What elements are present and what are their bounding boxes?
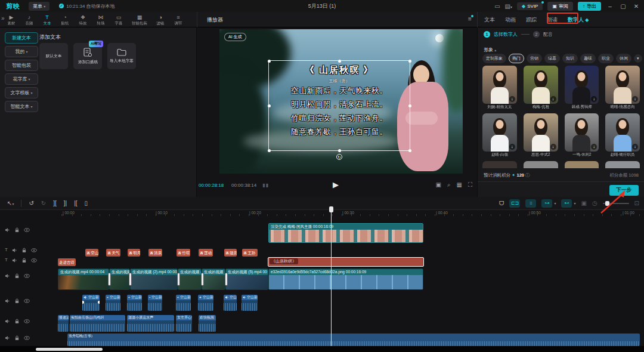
hide-track-icon[interactable] — [24, 319, 30, 325]
avatar-card-赵晴-白领[interactable]: ↓ — [482, 113, 517, 152]
title-clip-selected[interactable]: 《山居秋暝》 — [268, 257, 424, 267]
next-step-button[interactable]: 下一步 — [609, 185, 639, 196]
chips-more-button[interactable]: ▾ — [634, 54, 642, 63]
sfx-clip-4[interactable]: 女生开心笑 — [176, 315, 192, 332]
detect-zoom-icon[interactable]: ⌕ — [447, 181, 451, 189]
avatar-card-韩成-剪辑师[interactable]: ↓ — [565, 66, 599, 104]
selection-handle[interactable] — [268, 60, 271, 63]
mute-track-icon[interactable] — [12, 258, 18, 264]
trim-left-icon[interactable]: ]| — [64, 200, 67, 206]
lock-track-icon[interactable] — [14, 273, 21, 280]
tts-audio-clip-6[interactable]: 空山新 — [198, 295, 213, 311]
sidebar-item-文字模板[interactable]: 文字模板 ▾ — [5, 87, 38, 98]
ribbon-tab-智能包装[interactable]: ▦智能包装 — [128, 14, 151, 26]
chip-热门[interactable]: 热门 — [509, 54, 524, 63]
preview-axis-icon[interactable]: ⊷ — [561, 199, 572, 208]
lock-track-icon[interactable] — [14, 319, 21, 325]
main-track-magnet-icon[interactable]: ⊏⊐ — [509, 199, 520, 208]
sfx-clip-1[interactable]: 慢速流水 — [58, 315, 69, 332]
music-clip[interactable]: 渔舟唱晚(古筝) — [67, 334, 640, 346]
subtitle-clip-空山[interactable]: A空山 — [85, 249, 98, 257]
tts-audio-clip-4[interactable]: 空山新 — [148, 295, 162, 311]
download-icon[interactable]: ↓ — [509, 96, 515, 102]
subtitle-clip-明月[interactable]: A明月 — [128, 249, 140, 257]
digital-human-clip[interactable]: 渲染完成 梅梅-国风主播 00:00:16:09 — [268, 223, 423, 243]
video-clip-3[interactable]: 生成的视频 (2).mp4 00:00:0 — [130, 268, 178, 290]
video-clip-7[interactable]: e32ed3916a0e9d55dc7a527cd68d02a.png 00:0… — [268, 268, 423, 290]
redo-icon[interactable]: ↻ — [41, 200, 46, 206]
hide-track-icon[interactable] — [24, 273, 30, 280]
auto-snap-icon[interactable]: ⁞⁞ — [525, 199, 536, 208]
ribbon-tab-转场[interactable]: ⋈转场 — [92, 14, 110, 26]
avatar-card-梅梅-优雅[interactable]: ↓ — [524, 66, 558, 104]
review-button[interactable]: ▣审阅 — [547, 2, 573, 11]
avatar-card-赵晴-银行职员[interactable]: ↓ — [605, 113, 640, 152]
rotate-handle[interactable]: ↻ — [336, 154, 342, 160]
ribbon-tab-贴纸[interactable]: ◔贴纸 — [56, 14, 74, 26]
player-menu-icon[interactable]: ≡ — [468, 16, 472, 22]
right-tab-跟踪[interactable]: 跟踪 — [526, 16, 537, 24]
menu-button[interactable]: 菜单 ▾ — [29, 2, 49, 11]
avatar-card-思思-中式2[interactable]: ↓ — [524, 113, 558, 152]
right-tab-动画[interactable]: 动画 — [505, 16, 516, 24]
panel-layout-icon[interactable]: ▭ — [494, 3, 500, 10]
sidebar-item-我的[interactable]: 我的 ▾ — [5, 46, 38, 57]
subtitle-clip-莲动[interactable]: A莲动 — [199, 249, 213, 257]
undo-icon[interactable]: ↺ — [29, 200, 33, 206]
workspace-layout-icon[interactable]: ▤▾ — [505, 3, 512, 10]
selection-handle[interactable] — [268, 149, 271, 152]
fit-timeline-icon[interactable]: ⊡ — [634, 200, 639, 206]
transition-marker[interactable] — [177, 273, 180, 286]
subtitle-clip-王孙[interactable]: A王孙 — [242, 249, 258, 257]
tts-audio-clip-3[interactable]: 空山新 — [127, 295, 142, 311]
text-card-添加口播稿[interactable]: 添加口播稿AI帮写 — [73, 43, 102, 69]
chip-趣味[interactable]: 趣味 — [580, 54, 596, 63]
download-icon[interactable]: ↓ — [550, 144, 556, 150]
select-cursor-icon[interactable]: ↖▾ — [7, 200, 14, 206]
download-icon[interactable]: ↓ — [550, 96, 556, 102]
mute-track-icon[interactable] — [5, 335, 11, 342]
avatar-card-partial[interactable] — [524, 161, 558, 168]
horizontal-scrollbar[interactable] — [36, 348, 103, 351]
video-clip-6[interactable]: 生成的视频 (5).mp4 00:00:0 — [225, 268, 268, 290]
mute-track-icon[interactable] — [5, 319, 11, 325]
chip-休闲[interactable]: 休闲 — [616, 54, 631, 63]
mute-track-icon[interactable] — [5, 227, 11, 234]
sfx-clip-5[interactable]: 欢快氛围 — [199, 315, 216, 332]
video-preview[interactable]: AI 生成 《 山居秋暝 》 王维（唐） 空山新雨后，天气晚来秋。明月松间照，清… — [219, 29, 463, 174]
ratio-icon[interactable]: ▣ — [435, 181, 441, 189]
close-button[interactable]: ✕ — [632, 3, 640, 10]
maximize-button[interactable]: ▢ — [619, 3, 627, 10]
chip-定制形象[interactable]: 定制形象 — [482, 54, 506, 63]
tts-audio-clip-1[interactable]: 空山新 — [82, 295, 100, 311]
selection-handle[interactable] — [268, 104, 271, 107]
delete-icon[interactable]: ▯ — [85, 200, 88, 206]
sfx-clip-3[interactable]: 潺潺小溪流水声 — [127, 315, 174, 332]
selection-handle[interactable] — [408, 60, 411, 63]
zoom-slider-knob[interactable] — [605, 201, 609, 206]
tts-audio-clip-5[interactable]: 空山新 — [176, 295, 191, 311]
lock-track-icon[interactable] — [14, 335, 21, 342]
ribbon-tab-滤镜[interactable]: ◑滤镜 — [151, 14, 169, 26]
render-preview-icon[interactable]: ▣ — [581, 200, 586, 206]
text-card-导入本地字幕[interactable]: 导入本地字幕 — [107, 43, 136, 69]
sidebar-item-智能包装[interactable]: 智能包装 — [5, 60, 38, 71]
hide-track-icon[interactable] — [24, 227, 30, 234]
video-clip-4[interactable]: 生成的视频 ( — [178, 268, 202, 290]
mute-track-icon[interactable] — [12, 248, 18, 254]
trim-right-icon[interactable]: |[ — [74, 200, 77, 206]
ribbon-tab-文本[interactable]: T文本 — [38, 14, 56, 26]
download-icon[interactable]: ↓ — [591, 96, 597, 102]
ribbon-tab-素材[interactable]: ▶素材 — [2, 14, 20, 26]
tts-audio-clip-2[interactable]: 空山新 — [106, 295, 120, 311]
download-icon[interactable]: ↓ — [509, 144, 515, 150]
transition-marker[interactable] — [225, 273, 228, 286]
sidebar-item-新建文本[interactable]: 新建文本 — [5, 32, 38, 44]
playhead[interactable] — [331, 210, 332, 346]
hide-track-icon[interactable] — [31, 258, 38, 264]
lock-track-icon[interactable] — [14, 298, 21, 305]
selection-handle[interactable] — [408, 104, 411, 107]
ribbon-tab-字幕[interactable]: ▭字幕 — [110, 14, 128, 26]
fullscreen-icon[interactable]: ⛶ — [468, 181, 472, 189]
mute-track-icon[interactable] — [5, 298, 11, 305]
